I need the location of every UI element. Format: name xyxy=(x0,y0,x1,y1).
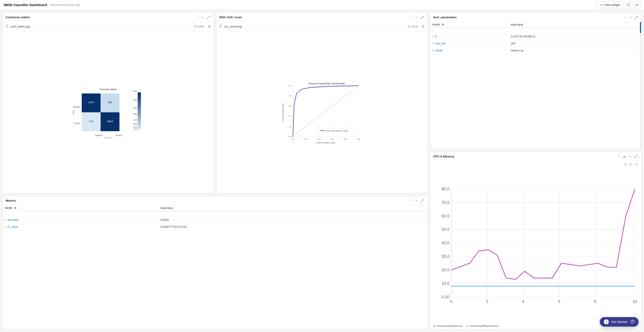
notification-badge[interactable]: 1 Get Started xyxy=(600,317,638,327)
svg-point-80 xyxy=(629,156,630,157)
column-settings-icon[interactable]: ⚙ xyxy=(442,23,444,26)
help-icon xyxy=(630,320,634,324)
roc-svg: Receiver Operating Characteristic 1.0 xyxy=(281,81,363,144)
column-settings-icon[interactable]: ⚙ xyxy=(14,207,17,209)
svg-line-77 xyxy=(636,16,637,17)
cpu-memory-title: CPU & Memory xyxy=(433,155,454,158)
more-options-button[interactable] xyxy=(628,154,632,159)
svg-point-2 xyxy=(202,17,203,17)
svg-text:0.6: 0.6 xyxy=(331,138,334,140)
conf-download-button[interactable] xyxy=(208,24,211,28)
roc-file-row: roc_curve.png 31.20KB xyxy=(219,23,424,30)
col3-container: best_parameters ⠿ NAME xyxy=(430,13,641,329)
file-icon xyxy=(219,24,222,28)
expand-button[interactable] xyxy=(420,15,425,20)
param-name: # C xyxy=(430,33,509,40)
top-bar-right: + + New widget ••• xyxy=(596,1,640,8)
drag-handle-icon[interactable]: ⠿ xyxy=(624,16,627,19)
svg-point-82 xyxy=(631,156,631,157)
roc-chart-area: Receiver Operating Characteristic 1.0 xyxy=(216,31,427,193)
reset-icon[interactable] xyxy=(629,162,634,166)
scrollbar-thumb[interactable] xyxy=(640,22,641,33)
numeric-type-icon: # xyxy=(432,35,434,38)
svg-text:0.2: 0.2 xyxy=(288,125,291,128)
roc-download-button[interactable] xyxy=(422,24,425,28)
svg-text:0.00: 0.00 xyxy=(442,295,450,299)
expand-button[interactable] xyxy=(206,15,211,20)
metrics-header: Metrics ⠿ xyxy=(3,196,428,205)
drag-handle-icon[interactable]: ⠿ xyxy=(410,16,413,19)
conf-file-name: conf_matrix.png xyxy=(10,25,192,28)
best-params-controls: ⠿ xyxy=(624,15,638,20)
svg-point-3 xyxy=(203,17,204,17)
zoom-icon[interactable] xyxy=(634,162,639,166)
svg-text:6: 6 xyxy=(558,299,560,304)
crop-icon[interactable] xyxy=(624,162,628,166)
svg-text:False Positive Rate: False Positive Rate xyxy=(316,141,335,144)
file-row-roc: roc_curve.png 31.20KB xyxy=(216,22,427,31)
more-options-button[interactable] xyxy=(200,15,205,20)
expand-button[interactable] xyxy=(634,15,638,20)
sort-indicator: ↕ xyxy=(430,28,641,33)
svg-line-4 xyxy=(209,16,210,17)
svg-text:Positive: Positive xyxy=(116,134,122,136)
svg-text:Confusion Matrix: Confusion Matrix xyxy=(100,88,117,91)
string-type-icon: A xyxy=(432,49,434,52)
svg-point-119 xyxy=(415,201,416,201)
more-menu-button[interactable]: ••• xyxy=(634,1,640,8)
svg-point-86 xyxy=(636,163,638,165)
svg-point-81 xyxy=(630,156,630,157)
expand-button[interactable] xyxy=(420,199,425,203)
svg-text:4000: 4000 xyxy=(133,99,138,101)
roc-controls: ⠿ xyxy=(410,15,425,20)
metric-name-value: accuracy xyxy=(8,218,18,222)
svg-text:40.0: 40.0 xyxy=(442,241,450,245)
svg-point-34 xyxy=(415,17,416,17)
metrics-controls: ⠿ xyxy=(410,199,425,203)
drag-handle-icon[interactable]: ⠿ xyxy=(196,16,199,19)
more-options-button[interactable] xyxy=(414,199,419,203)
top-bar: IMDB Classifier Dashboard Autosaved 4 mi… xyxy=(0,0,644,10)
svg-text:20.0: 20.0 xyxy=(442,268,450,272)
param-name-value: max_iter xyxy=(435,42,446,45)
svg-text:0.8: 0.8 xyxy=(344,138,346,140)
drag-handle-icon[interactable]: ⠿ xyxy=(410,199,413,202)
svg-text:1.0: 1.0 xyxy=(357,138,360,140)
ellipsis-icon: ••• xyxy=(636,3,639,7)
confusion-matrix-svg: Confusion Matrix 4500 4000 3500 3000 250… xyxy=(70,86,146,138)
more-options-button[interactable] xyxy=(628,15,632,20)
download-button[interactable] xyxy=(622,154,627,159)
conf-file-size: 25.63KB xyxy=(194,25,204,28)
table-row: # max_iter 100 xyxy=(430,40,641,47)
cpu-memory-widget: CPU & Memory ⠿ xyxy=(430,152,641,329)
svg-text:586: 586 xyxy=(108,101,112,104)
svg-text:70.0: 70.0 xyxy=(442,200,450,205)
new-widget-button[interactable]: + + New widget xyxy=(596,1,623,8)
svg-point-76 xyxy=(631,17,631,17)
legend-item-memory: monitoring/dffebc8c/memo xyxy=(466,325,499,327)
confusion-matrix-header: Confusion matrix ⠿ xyxy=(3,13,214,22)
svg-text:80.0: 80.0 xyxy=(442,187,450,191)
svg-point-74 xyxy=(629,17,630,17)
notification-count: 1 xyxy=(604,319,609,324)
memory-legend-dot xyxy=(466,326,469,326)
conf-file-row: conf_matrix.png 25.63KB xyxy=(6,23,211,30)
svg-text:Positive: Positive xyxy=(74,122,80,125)
metric-name-value: f1_score xyxy=(8,225,18,229)
expand-button[interactable] xyxy=(634,154,638,159)
roc-file-name: roc_curve.png xyxy=(224,25,406,28)
confusion-matrix-controls: ⠿ xyxy=(196,15,211,20)
drag-handle-icon[interactable]: ⠿ xyxy=(618,155,621,158)
name-column-header: NAME ⚙ xyxy=(430,22,509,28)
clock-button[interactable] xyxy=(625,1,632,8)
metric-preview: 0.8939 xyxy=(159,217,428,224)
svg-point-75 xyxy=(630,17,630,17)
svg-line-87 xyxy=(637,165,638,165)
svg-text:0: 0 xyxy=(450,299,452,304)
param-name: # max_iter xyxy=(430,40,509,47)
chart-toolbar xyxy=(430,161,641,167)
best-params-table: NAME ⚙ PREVIEW ↕ # C xyxy=(430,22,641,54)
more-options-button[interactable] xyxy=(414,15,419,20)
table-row: A solver newton-cg xyxy=(430,47,641,54)
param-name-value: C xyxy=(435,35,437,38)
